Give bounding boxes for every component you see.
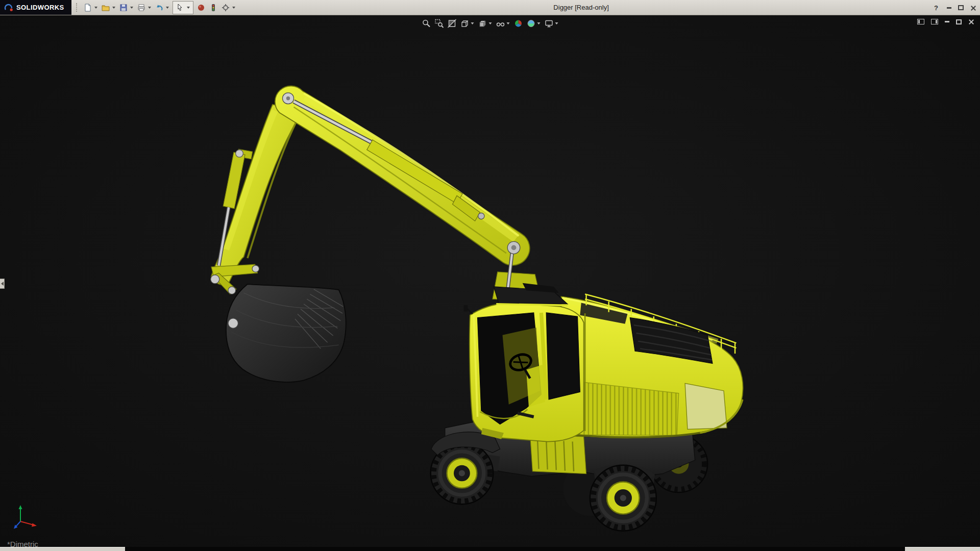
minimize-button[interactable] bbox=[947, 7, 951, 9]
brand-wordmark: SOLIDWORKS bbox=[16, 4, 64, 11]
mirror bbox=[464, 305, 468, 311]
undo-button[interactable] bbox=[153, 2, 165, 14]
edit-appearance-button[interactable] bbox=[512, 17, 525, 29]
close-button[interactable] bbox=[970, 5, 976, 11]
status-strip-left bbox=[0, 547, 125, 551]
open-dropdown[interactable] bbox=[112, 7, 115, 9]
help-button[interactable]: ? bbox=[932, 4, 940, 12]
side-window bbox=[546, 313, 580, 399]
section-view-icon bbox=[447, 19, 456, 28]
standard-toolbar bbox=[82, 1, 237, 14]
print-dropdown[interactable] bbox=[148, 7, 151, 9]
triad-y-axis bbox=[19, 505, 22, 521]
edit-color-button[interactable] bbox=[195, 2, 207, 14]
undo-icon bbox=[155, 4, 163, 12]
rear-window bbox=[685, 383, 727, 429]
save-button[interactable] bbox=[117, 2, 130, 14]
orientation-triad bbox=[12, 501, 39, 530]
save-dropdown[interactable] bbox=[130, 7, 133, 9]
hide-show-items-button[interactable] bbox=[494, 17, 507, 29]
display-style-icon bbox=[478, 19, 487, 28]
open-folder-icon bbox=[102, 4, 110, 12]
select-button[interactable] bbox=[174, 2, 186, 14]
hide-show-items-dropdown[interactable] bbox=[507, 22, 510, 24]
display-style-dropdown[interactable] bbox=[489, 22, 492, 24]
zoom-to-area-button[interactable] bbox=[433, 17, 446, 29]
print-icon bbox=[137, 4, 145, 12]
undo-dropdown[interactable] bbox=[166, 7, 169, 9]
new-document-icon bbox=[84, 4, 92, 12]
application-window: SOLIDWORKS bbox=[0, 0, 980, 551]
new-document-button[interactable] bbox=[82, 2, 94, 14]
status-strip-right bbox=[905, 547, 980, 551]
3ds-logo-icon bbox=[4, 4, 13, 12]
zoom-to-area-icon bbox=[434, 19, 444, 28]
open-button[interactable] bbox=[100, 2, 112, 14]
triad-x-axis bbox=[20, 521, 37, 527]
apply-scene-icon bbox=[526, 19, 535, 28]
select-cursor-icon bbox=[176, 4, 184, 12]
options-dropdown[interactable] bbox=[232, 7, 235, 9]
view-settings-dropdown[interactable] bbox=[555, 22, 558, 24]
view-orientation-dropdown[interactable] bbox=[471, 22, 474, 24]
maximize-button[interactable] bbox=[958, 5, 964, 10]
document-close-button[interactable] bbox=[968, 19, 974, 24]
display-pane-toggle[interactable] bbox=[931, 19, 938, 24]
apply-scene-button[interactable] bbox=[525, 17, 537, 29]
apply-scene-dropdown[interactable] bbox=[537, 22, 541, 24]
options-gear-icon bbox=[222, 4, 230, 12]
document-restore-button[interactable] bbox=[956, 19, 962, 24]
print-button[interactable] bbox=[135, 2, 148, 14]
section-view-button[interactable] bbox=[446, 17, 458, 29]
rebuild-button[interactable] bbox=[207, 2, 219, 14]
graphics-area[interactable] bbox=[0, 15, 980, 547]
feature-pane-toggle[interactable] bbox=[917, 19, 924, 24]
select-dropdown[interactable] bbox=[187, 7, 190, 9]
toolbar-drag-handle[interactable] bbox=[76, 3, 78, 12]
view-orientation-button[interactable] bbox=[458, 17, 471, 29]
heads-up-view-toolbar bbox=[420, 17, 560, 29]
edit-appearance-icon bbox=[513, 19, 523, 28]
options-button[interactable] bbox=[219, 2, 232, 14]
feature-manager-collapsed-tab[interactable] bbox=[0, 279, 5, 289]
select-tool-group bbox=[173, 1, 193, 14]
graphics-viewport: *Dimetric bbox=[0, 15, 980, 547]
view-orientation-label: *Dimetric bbox=[7, 540, 38, 547]
title-bar: SOLIDWORKS bbox=[0, 0, 980, 15]
rebuild-icon bbox=[209, 4, 217, 12]
operator-seat bbox=[526, 365, 545, 407]
hide-show-items-icon bbox=[496, 19, 505, 28]
solidworks-logo: SOLIDWORKS bbox=[0, 0, 71, 15]
triad-z-axis bbox=[14, 521, 20, 529]
view-settings-button[interactable] bbox=[543, 17, 555, 29]
display-style-button[interactable] bbox=[476, 17, 489, 29]
window-title: Digger [Read-only] bbox=[553, 0, 608, 15]
new-document-dropdown[interactable] bbox=[94, 7, 97, 9]
edit-color-icon bbox=[197, 4, 205, 12]
bucket bbox=[226, 284, 346, 382]
view-orientation-icon bbox=[460, 19, 469, 28]
zoom-to-fit-button[interactable] bbox=[420, 17, 433, 29]
zoom-to-fit-icon bbox=[422, 19, 431, 28]
status-strip bbox=[0, 547, 980, 551]
view-settings-icon bbox=[544, 19, 553, 28]
front-right-wheel bbox=[590, 465, 656, 531]
document-window-controls bbox=[917, 19, 974, 24]
status-strip-middle bbox=[125, 547, 905, 551]
window-controls: ? bbox=[932, 0, 976, 15]
save-icon bbox=[119, 4, 128, 12]
document-minimize-button[interactable] bbox=[945, 21, 949, 22]
